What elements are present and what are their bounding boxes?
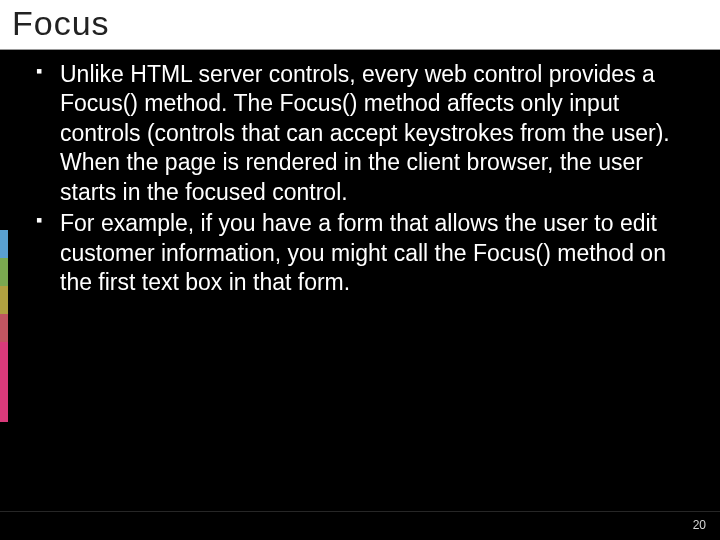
slide-content: Unlike HTML server controls, every web c…	[0, 50, 720, 298]
accent-stripe	[0, 230, 8, 258]
accent-stripe	[0, 314, 8, 342]
accent-stripe	[0, 258, 8, 286]
title-bar: Focus	[0, 0, 720, 50]
accent-color-bar	[0, 230, 8, 422]
list-item: Unlike HTML server controls, every web c…	[60, 60, 680, 207]
accent-stripe	[0, 286, 8, 314]
footer-divider	[0, 511, 720, 512]
accent-stripe	[0, 342, 8, 422]
list-item: For example, if you have a form that all…	[60, 209, 680, 297]
slide-title: Focus	[12, 4, 720, 43]
bullet-list: Unlike HTML server controls, every web c…	[60, 60, 680, 298]
page-number: 20	[693, 518, 706, 532]
